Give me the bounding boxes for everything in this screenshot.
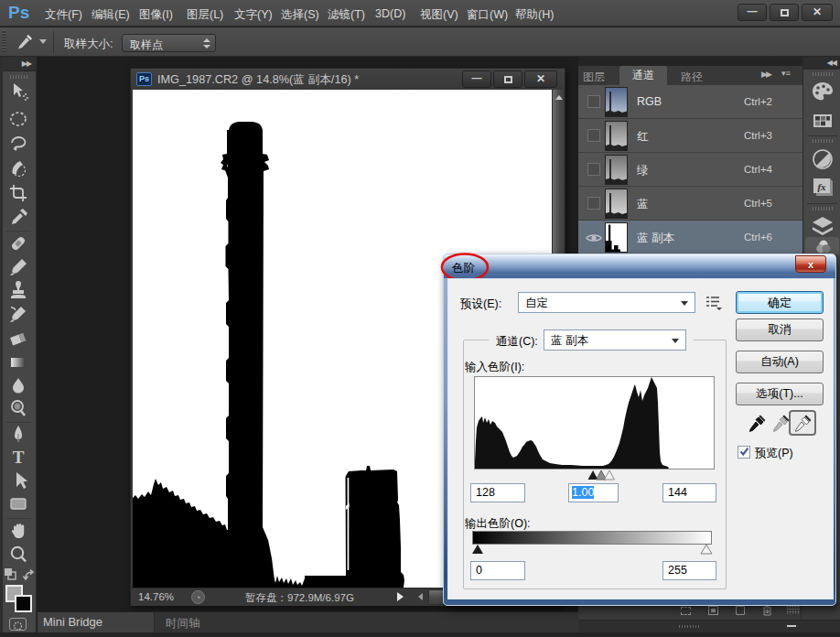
svg-text:T: T — [13, 448, 25, 467]
svg-text:fx: fx — [817, 181, 826, 192]
